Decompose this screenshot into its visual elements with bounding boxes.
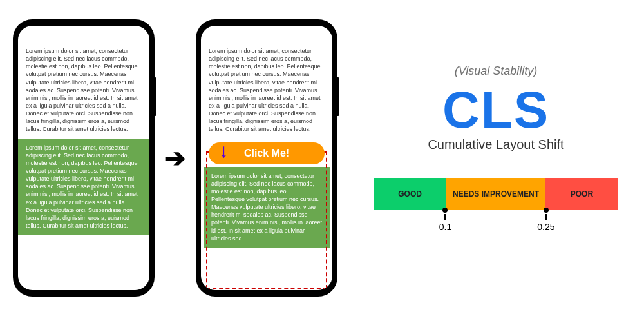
threshold-scale: GOOD NEEDS IMPROVEMENT POOR — [374, 178, 618, 210]
segment-needs-improvement: NEEDS IMPROVEMENT — [446, 178, 545, 210]
cls-acronym: CLS — [374, 84, 618, 136]
phone-before: Lorem ipsum dolor sit amet, consectetur … — [13, 19, 155, 297]
tick-0-1: 0.1 — [439, 208, 451, 232]
screen-before: Lorem ipsum dolor sit amet, consectetur … — [18, 26, 149, 290]
threshold-val-1: 0.1 — [439, 222, 451, 232]
segment-good: GOOD — [374, 178, 446, 210]
green-paragraph: Lorem ipsum dolor sit amet, consectetur … — [18, 139, 149, 235]
injected-button-area: ↓ Click Me! — [201, 139, 332, 167]
phone-after: Lorem ipsum dolor sit amet, consectetur … — [196, 19, 337, 297]
phones-comparison: Lorem ipsum dolor sit amet, consectetur … — [13, 19, 337, 297]
tagline: (Visual Stability) — [374, 64, 618, 78]
threshold-val-2: 0.25 — [537, 222, 554, 232]
threshold-ticks: 0.1 0.25 — [374, 210, 618, 229]
arrow-right-icon: ➔ — [164, 143, 186, 173]
shift-down-arrow-icon: ↓ — [219, 141, 229, 161]
cls-fullname: Cumulative Layout Shift — [374, 137, 618, 152]
screen-after: Lorem ipsum dolor sit amet, consectetur … — [201, 26, 332, 290]
green-paragraph: Lorem ipsum dolor sit amet, consectetur … — [204, 167, 330, 248]
segment-poor: POOR — [545, 178, 618, 210]
tick-0-25: 0.25 — [537, 208, 554, 232]
top-paragraph: Lorem ipsum dolor sit amet, consectetur … — [201, 42, 332, 139]
top-paragraph: Lorem ipsum dolor sit amet, consectetur … — [18, 42, 149, 139]
cls-info: (Visual Stability) CLS Cumulative Layout… — [374, 64, 618, 229]
